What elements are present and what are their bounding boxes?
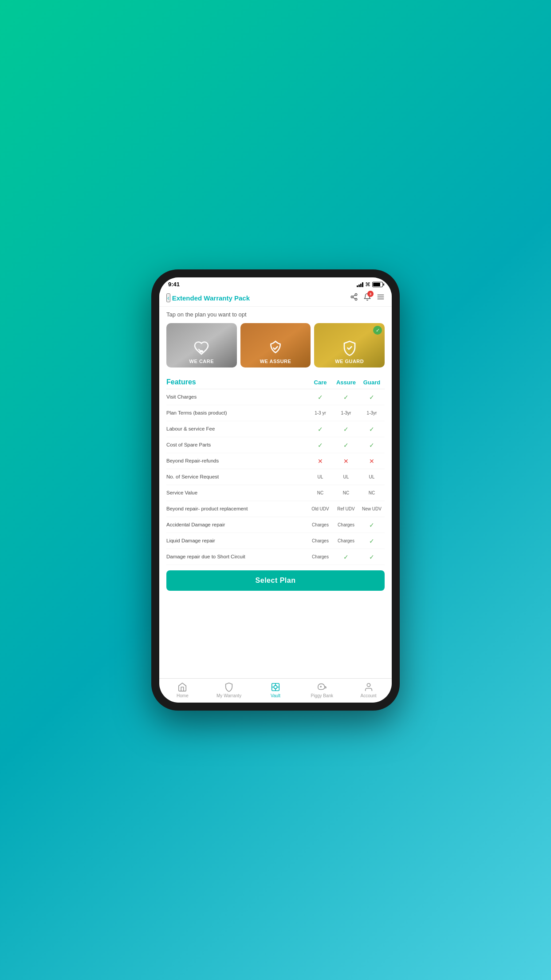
select-plan-button[interactable]: Select Plan — [166, 570, 385, 591]
cross-icon: ✕ — [318, 458, 323, 465]
cell-assure: NC — [333, 490, 359, 496]
feature-row: No. of Service Request UL UL UL — [166, 469, 385, 485]
feature-name: Plan Terms (basis product) — [166, 410, 307, 416]
back-chevron-icon: ‹ — [167, 294, 169, 301]
nav-vault[interactable]: Vault — [252, 681, 299, 699]
cell-value: NC — [369, 490, 375, 496]
nav-account[interactable]: Account — [345, 681, 392, 699]
care-icon — [193, 340, 209, 356]
cell-care: ✓ — [307, 442, 333, 449]
plan-card-guard[interactable]: ✓ WE GUARD — [314, 323, 385, 368]
svg-point-10 — [274, 685, 277, 688]
col-header-care: Care — [307, 379, 333, 386]
cell-assure: ✓ — [333, 442, 359, 449]
nav-piggybank[interactable]: Piggy Bank — [299, 681, 345, 699]
cell-guard: New UDV — [359, 506, 385, 512]
account-icon — [364, 682, 374, 692]
nav-home[interactable]: Home — [159, 681, 206, 699]
feature-row: Plan Terms (basis product) 1-3 yr 1-3yr … — [166, 405, 385, 421]
cross-icon: ✕ — [343, 458, 349, 465]
feature-name: Damage repair due to Short Circuit — [166, 553, 307, 560]
svg-point-16 — [367, 684, 370, 687]
check-icon: ✓ — [343, 553, 349, 561]
nav-home-label: Home — [177, 693, 189, 698]
feature-name: Cost of Spare Parts — [166, 442, 307, 448]
svg-line-3 — [353, 297, 355, 299]
cell-care: ✓ — [307, 426, 333, 433]
feature-cells: Old UDV Ref UDV New UDV — [307, 506, 385, 512]
feature-name: No. of Service Request — [166, 474, 307, 480]
cell-guard: ✓ — [359, 426, 385, 433]
check-icon: ✓ — [318, 442, 323, 449]
cell-assure: ✓ — [333, 394, 359, 401]
assure-label: WE ASSURE — [260, 359, 291, 364]
feature-name: Service Value — [166, 490, 307, 496]
status-icons: ⌘ — [357, 281, 383, 288]
cell-assure: Ref UDV — [333, 506, 359, 512]
notification-badge: 3 — [367, 291, 374, 297]
cell-assure: UL — [333, 474, 359, 480]
feature-row: Beyond Repair-refunds ✕ ✕ ✕ — [166, 453, 385, 469]
feature-row: Liquid Damage repair Charges Charges ✓ — [166, 533, 385, 549]
check-icon: ✓ — [343, 394, 349, 401]
subtitle-text: Tap on the plan you want to opt — [159, 307, 392, 321]
cell-assure: Charges — [333, 522, 359, 529]
share-icon — [350, 293, 358, 301]
feature-cells: ✓ ✓ ✓ — [307, 442, 385, 449]
cell-value: Charges — [312, 538, 329, 544]
cell-guard: ✓ — [359, 537, 385, 545]
warranty-icon — [224, 682, 234, 692]
wifi-icon: ⌘ — [365, 281, 370, 288]
check-icon: ✓ — [369, 426, 374, 433]
cell-value: Charges — [312, 522, 329, 528]
feature-rows: Visit Charges ✓ ✓ ✓ Plan Terms (basis pr… — [166, 389, 385, 565]
nav-warranty[interactable]: My Warranty — [206, 681, 252, 699]
svg-point-15 — [320, 686, 321, 687]
cell-value: UL — [318, 474, 323, 480]
bottom-nav: Home My Warranty Vault — [159, 678, 392, 703]
feature-cells: ✓ ✓ ✓ — [307, 394, 385, 401]
cell-value: New UDV — [362, 506, 382, 512]
cell-care: ✓ — [307, 394, 333, 401]
selected-checkmark: ✓ — [373, 326, 382, 335]
cell-value: Old UDV — [311, 506, 329, 512]
cell-value: NC — [343, 490, 349, 496]
feature-cells: 1-3 yr 1-3yr 1-3yr — [307, 411, 385, 416]
header-actions: 3 — [350, 293, 385, 303]
svg-line-4 — [353, 295, 355, 296]
features-title: Features — [166, 378, 307, 386]
plan-card-care[interactable]: WE CARE — [166, 323, 237, 368]
cell-value: Charges — [338, 538, 354, 544]
cell-value: 1-3yr — [341, 411, 351, 416]
phone-screen: 9:41 ⌘ ‹ Extended Warranty Pack — [159, 277, 392, 703]
cell-value: Charges — [312, 554, 329, 560]
cross-icon: ✕ — [369, 458, 374, 465]
feature-name: Labour & service Fee — [166, 426, 307, 432]
check-icon: ✓ — [369, 394, 374, 401]
col-header-guard: Guard — [359, 379, 385, 386]
cell-guard: ✓ — [359, 394, 385, 401]
back-button[interactable]: ‹ — [166, 293, 170, 302]
plan-card-assure[interactable]: WE ASSURE — [240, 323, 311, 368]
vault-icon — [271, 682, 280, 692]
feature-name: Beyond Repair-refunds — [166, 458, 307, 464]
share-button[interactable] — [350, 293, 358, 303]
assure-icon — [268, 340, 283, 356]
care-label: WE CARE — [189, 359, 214, 364]
phone-frame: 9:41 ⌘ ‹ Extended Warranty Pack — [151, 269, 400, 711]
notification-button[interactable]: 3 — [363, 293, 371, 303]
check-icon: ✓ — [318, 394, 323, 401]
cell-guard: 1-3yr — [359, 411, 385, 416]
menu-button[interactable] — [377, 293, 385, 303]
nav-warranty-label: My Warranty — [216, 693, 241, 698]
cell-assure: Charges — [333, 537, 359, 545]
feature-cells: Charges ✓ ✓ — [307, 553, 385, 561]
feature-row: Service Value NC NC NC — [166, 485, 385, 501]
feature-row: Labour & service Fee ✓ ✓ ✓ — [166, 421, 385, 437]
cell-guard: ✓ — [359, 522, 385, 529]
feature-name: Accidental Damage repair — [166, 522, 307, 528]
col-header-assure: Assure — [333, 379, 359, 386]
check-icon: ✓ — [369, 442, 374, 449]
feature-row: Beyond repair- product replacement Old U… — [166, 501, 385, 517]
cell-care: Charges — [307, 537, 333, 545]
